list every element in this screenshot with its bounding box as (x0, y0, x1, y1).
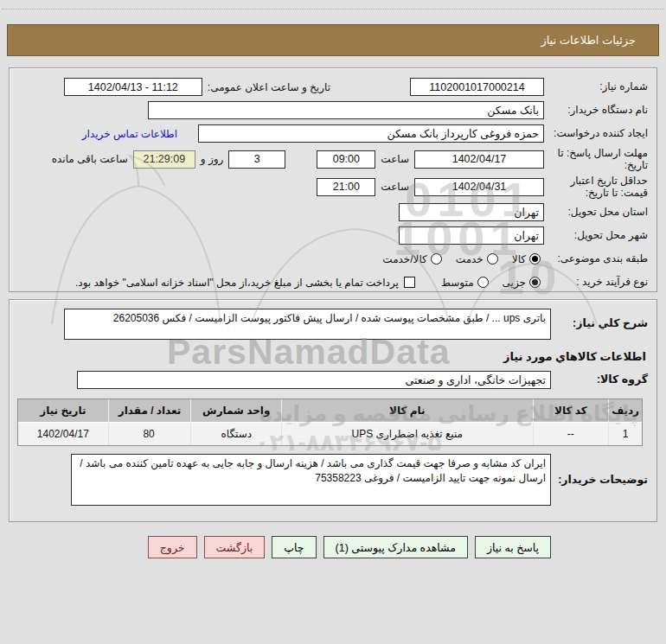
goods-groupbox: شرح کلي نیاز: باتری ups ... / طبق مشخصات… (9, 299, 657, 522)
radio-medium[interactable] (477, 277, 489, 288)
radio-goods-service-label: کالا/خدمت (382, 253, 426, 265)
top-divider (2, 9, 664, 10)
radio-service-label: خدمت (456, 253, 483, 265)
cell-date: 1402/04/17 (18, 423, 108, 445)
price-validity-label: حداقل تاریخ اعتبار قیمت: تا تاریخ: (544, 175, 648, 200)
row-buyer-org: نام دستگاه خریدار: بانک مسکن (15, 99, 651, 122)
need-number-input[interactable]: 1102001017000214 (410, 78, 544, 96)
radio-medium-label: متوسط (441, 277, 474, 289)
buyer-notes-input[interactable]: ایران کد مشابه و صرفا جهت قیمت گذاری می … (71, 454, 551, 506)
radio-partial-label: جزیی (503, 277, 526, 289)
deadline-time-input[interactable]: 09:00 (317, 150, 375, 169)
cell-qty: 80 (108, 423, 191, 445)
exit-button[interactable]: خروج (148, 536, 197, 558)
goods-group-input[interactable]: تجهیزات خانگی، اداری و صنعتی (77, 371, 551, 389)
goods-group-label: گروه کالا: (551, 373, 648, 386)
creator-label: ایجاد کننده درخواست: (544, 127, 648, 139)
row-classification: طبقه بندی موضوعی: کالا خدمت کالا/خدمت (15, 247, 651, 271)
goods-table: ردیف کد کالا نام کالا واحد شمارش تعداد /… (17, 399, 643, 446)
price-validity-hour-label: ساعت (381, 181, 409, 193)
radio-partial[interactable] (529, 277, 541, 288)
col-date: تاریخ نیاز (18, 399, 108, 423)
row-goods-group: گروه کالا: تجهیزات خانگی، اداری و صنعتی (15, 368, 651, 392)
buyer-notes-label: توضیحات خریدار: (551, 474, 648, 487)
price-validity-time-input[interactable]: 21:00 (317, 178, 375, 196)
col-code: کد کالا (533, 399, 609, 423)
row-need-desc: شرح کلي نیاز: باتری ups ... / طبق مشخصات… (15, 309, 651, 340)
need-desc-label: شرح کلي نیاز: (551, 317, 648, 330)
page: { "header": { "title": "جزئیات اطلاعات ن… (0, 0, 666, 644)
buyer-org-input[interactable]: بانک مسکن (148, 101, 544, 119)
announce-label: تاریخ و ساعت اعلان عمومی: (208, 81, 330, 93)
cell-code: -- (533, 423, 609, 445)
back-button[interactable]: بازگشت (204, 536, 266, 558)
row-city: شهر محل تحویل: تهران (15, 224, 651, 247)
buyer-org-label: نام دستگاه خریدار: (544, 104, 648, 116)
row-deadline: مهلت ارسال پاسخ: تا تاریخ: 1402/04/17 سا… (15, 145, 651, 173)
row-province: استان محل تحویل: تهران (15, 201, 651, 224)
need-desc-input[interactable]: باتری ups ... / طبق مشخصات پیوست شده / ا… (64, 309, 551, 340)
goods-table-header-row: ردیف کد کالا نام کالا واحد شمارش تعداد /… (18, 399, 642, 423)
radio-goods[interactable] (529, 253, 541, 265)
price-validity-date-input[interactable]: 1402/04/31 (414, 178, 544, 196)
row-purchase-type: نوع فرآیند خرید : جزیی متوسط پرداخت تمام… (15, 271, 651, 294)
province-input[interactable]: تهران (399, 203, 544, 221)
view-attachments-button[interactable]: مشاهده مدارک پیوستی (1) (323, 536, 468, 558)
goods-info-title: اطلاعات کالاهاي مورد نیاز (20, 350, 646, 363)
announce-datetime-input[interactable]: 1402/04/13 - 11:12 (64, 78, 202, 96)
deadline-date-input[interactable]: 1402/04/17 (414, 150, 544, 169)
countdown-label: ساعت باقی مانده (52, 153, 128, 165)
deadline-hour-label: ساعت (381, 153, 409, 165)
cell-unit: دستگاه (190, 423, 281, 445)
creator-input[interactable]: حمزه فروغی کارپرداز بانک مسکن (198, 124, 544, 143)
city-input[interactable]: تهران (399, 226, 544, 245)
cell-name: منبع تغذیه اضطراری UPS (281, 423, 532, 445)
days-remaining-field: 3 (228, 150, 285, 169)
need-info-groupbox: شماره نیاز: 1102001017000214 تاریخ و ساع… (9, 67, 657, 292)
reply-to-need-button[interactable]: پاسخ به نیاز (475, 536, 551, 558)
radio-goods-service[interactable] (431, 253, 442, 265)
deadline-label: مهلت ارسال پاسخ: تا تاریخ: (544, 147, 648, 172)
need-number-label: شماره نیاز: (544, 80, 648, 92)
col-name: نام کالا (281, 399, 532, 423)
classification-label: طبقه بندی موضوعی: (541, 252, 648, 265)
countdown-timer: 21:29:09 (133, 150, 195, 169)
days-label: روز و (201, 153, 224, 165)
row-buyer-notes: توضیحات خریدار: ایران کد مشابه و صرفا جه… (15, 454, 651, 506)
col-qty: تعداد / مقدار (108, 399, 191, 423)
treasury-checkbox[interactable] (404, 277, 415, 288)
page-title: جزئیات اطلاعات نیاز (541, 34, 636, 47)
radio-service[interactable] (487, 253, 498, 265)
col-row: ردیف (608, 399, 642, 423)
print-button[interactable]: چاپ (272, 536, 316, 558)
city-label: شهر محل تحویل: (544, 229, 648, 241)
row-creator: ایجاد کننده درخواست: حمزه فروغی کارپرداز… (15, 122, 651, 145)
col-unit: واحد شمارش (190, 399, 281, 423)
treasury-checkbox-label: پرداخت تمام یا بخشی از مبلغ خرید،از محل … (75, 277, 399, 289)
buyer-contact-link[interactable]: اطلاعات تماس خریدار (82, 128, 177, 140)
province-label: استان محل تحویل: (544, 206, 648, 218)
radio-goods-label: کالا (512, 253, 526, 265)
cell-row: 1 (608, 423, 642, 445)
row-price-validity: حداقل تاریخ اعتبار قیمت: تا تاریخ: 1402/… (15, 173, 651, 201)
action-buttons: پاسخ به نیاز مشاهده مدارک پیوستی (1) چاپ… (0, 536, 666, 558)
goods-table-row: 1 -- منبع تغذیه اضطراری UPS دستگاه 80 14… (18, 423, 642, 445)
purchase-type-label: نوع فرآیند خرید : (541, 276, 648, 288)
row-need-number: شماره نیاز: 1102001017000214 تاریخ و ساع… (15, 75, 651, 99)
page-title-bar: جزئیات اطلاعات نیاز (7, 24, 659, 56)
